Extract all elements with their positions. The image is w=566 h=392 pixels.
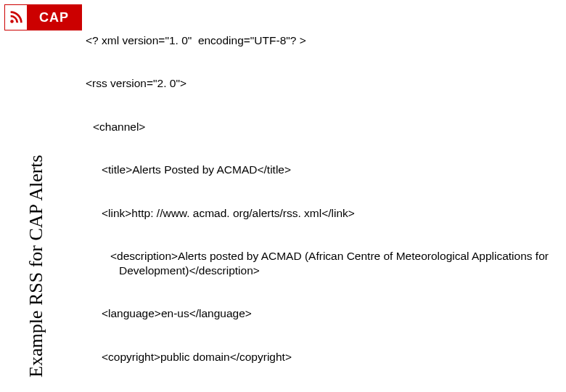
code-line: <channel> [86, 120, 557, 134]
code-line: <copyright>public domain</copyright> [86, 350, 557, 364]
cap-logo: CAP [4, 4, 82, 30]
code-line: <? xml version="1. 0" encoding="UTF-8"? … [86, 33, 557, 48]
code-line: <rss version="2. 0"> [86, 76, 557, 91]
rss-xml-code: <? xml version="1. 0" encoding="UTF-8"? … [86, 4, 557, 392]
code-line: <language>en-us</language> [86, 306, 557, 321]
page: CAP Example RSS for CAP Alerts <? xml ve… [0, 0, 566, 392]
sidebar-title: Example RSS for CAP Alerts [25, 155, 47, 377]
cap-logo-text: CAP [27, 5, 81, 30]
code-line: <title>Alerts Posted by ACMAD</title> [86, 163, 557, 177]
cap-logo-mark [5, 5, 27, 30]
feed-icon [8, 9, 24, 25]
svg-point-0 [10, 20, 14, 23]
code-line: <link>http: //www. acmad. org/alerts/rss… [86, 206, 557, 221]
code-line: <description>Alerts posted by ACMAD (Afr… [86, 249, 557, 278]
